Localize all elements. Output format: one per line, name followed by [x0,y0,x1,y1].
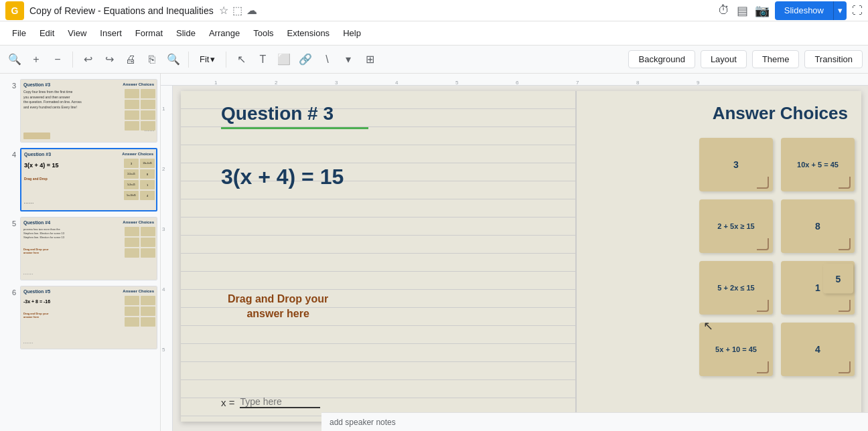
cloud-icon[interactable]: ☁ [246,4,257,17]
image-tool-icon[interactable]: 🔗 [296,50,315,69]
lined-section [181,91,575,422]
doc-title: Copy of Review - Equations and Inequalit… [29,5,214,16]
add-notes-label[interactable]: add speaker notes [330,418,396,427]
table-tool-icon[interactable]: ⊞ [360,50,379,69]
slide-drag-text: Drag and Drop your answer here [228,292,328,322]
copy-icon[interactable]: ⎘ [143,50,161,69]
slide-thumb-3[interactable]: Question #3 Answer Choices Copy four lin… [20,79,157,143]
top-bar: G Copy of Review - Equations and Inequal… [0,0,868,21]
menu-view[interactable]: View [61,25,93,41]
answer-card-4[interactable]: 4 [781,323,855,376]
history-icon[interactable]: ⏱ [718,3,730,17]
add-icon[interactable]: + [27,50,46,69]
slide-item-5[interactable]: 5 Question #4 Answer Choices process has… [3,217,157,280]
shape-tool-icon[interactable]: ⬜ [275,50,293,69]
slide-thumb-6[interactable]: Question #5 Answer Choices -3x + 8 = -16… [20,286,157,349]
menu-bar: File Edit View Insert Format Slide Arran… [0,21,868,46]
top-right: ⏱ ▤ 📷 Slideshow ▾ ⛶ [718,1,863,20]
menu-slide[interactable]: Slide [169,25,202,41]
top-right-icons: ⏱ ▤ 📷 [718,3,770,18]
bottom-bar: add speaker notes [321,412,868,431]
toolbar: 🔍 + − ↩ ↪ 🖨 ⎘ 🔍 Fit ▾ ↖ T ⬜ 🔗 \ ▾ ⊞ Back… [0,46,868,74]
text-tool-icon[interactable]: T [253,50,272,69]
slide-item-4[interactable]: 4 Question #3 Answer Choices 3(x + 4) = … [3,148,157,211]
background-button[interactable]: Background [628,50,695,68]
menu-tools[interactable]: Tools [246,25,280,41]
slideshow-group: Slideshow ▾ [775,1,847,20]
transition-button[interactable]: Transition [804,50,863,68]
x-label: x = [221,397,234,408]
slide-item-3[interactable]: 3 Question #3 Answer Choices Copy four l… [3,79,157,143]
main-area: 3 Question #3 Answer Choices Copy four l… [0,74,868,431]
fit-button[interactable]: Fit ▾ [194,52,220,67]
save-icon[interactable]: ⬚ [232,4,242,17]
answer-cards-grid: 3 10x + 5 = 45 2 + 5x ≥ 15 8 5 + 2x ≤ 15… [699,138,855,376]
answer-card-10x5[interactable]: 10x + 5 = 45 [781,138,855,191]
slide-panel: 3 Question #3 Answer Choices Copy four l… [0,74,161,431]
fullscreen-icon[interactable]: ⛶ [852,5,863,17]
redo-icon[interactable]: ↪ [100,50,119,69]
floating-card-5[interactable]: 5 [823,264,853,294]
menu-format[interactable]: Format [129,25,169,41]
answer-card-5plus2x[interactable]: 5 + 2x ≤ 15 [699,261,773,315]
menu-insert[interactable]: Insert [93,25,129,41]
x-input[interactable] [240,396,320,408]
slide-thumb-5[interactable]: Question #4 Answer Choices process has t… [20,217,157,280]
camera-icon[interactable]: 📷 [755,3,770,18]
star-icon[interactable]: ☆ [219,4,228,17]
line-dropdown-icon[interactable]: ▾ [339,50,358,69]
undo-icon[interactable]: ↩ [78,50,97,69]
slideshow-button[interactable]: Slideshow [775,1,833,20]
comments-icon[interactable]: ▤ [737,3,748,18]
fit-label: Fit [200,54,209,64]
layout-button[interactable]: Layout [701,50,747,68]
slide-answer-header: Answer Choices [713,103,848,124]
slide-underline [221,127,368,129]
fit-dropdown-icon: ▾ [210,54,215,64]
slide-number-5: 5 [3,217,16,228]
menu-file[interactable]: File [5,25,33,41]
answer-card-3[interactable]: 3 [699,138,773,191]
answer-card-2plus5x[interactable]: 2 + 5x ≥ 15 [699,199,773,253]
print-icon[interactable]: 🖨 [121,50,140,69]
slide-number-4: 4 [3,148,16,159]
cursor-tool-icon[interactable]: ↖ [232,50,250,69]
app-logo: G [5,1,24,20]
slide-equation[interactable]: 3(x + 4) = 15 [221,165,344,189]
slide-item-6[interactable]: 6 Question #5 Answer Choices -3x + 8 = -… [3,286,157,349]
ruler-vertical: 1 2 3 4 5 [161,86,173,431]
ruler-horizontal: 1 2 3 4 5 6 7 8 9 [161,74,868,86]
line-tool-icon[interactable]: \ [317,50,336,69]
menu-edit[interactable]: Edit [33,25,61,41]
slide-number-3: 3 [3,79,16,90]
title-icons: ☆ ⬚ ☁ [219,4,257,17]
slide-background: Question # 3 3(x + 4) = 15 Drag and Drop… [181,91,861,422]
canvas-area: 1 2 3 4 5 6 7 8 9 1 2 3 4 5 [161,74,868,431]
minus-icon[interactable]: − [48,50,67,69]
slide-thumb-4[interactable]: Question #3 Answer Choices 3(x + 4) = 15… [20,148,157,211]
menu-help[interactable]: Help [336,25,368,41]
slide-x-equation: x = [221,396,320,408]
answer-card-5x10[interactable]: 5x + 10 = 45 [699,323,773,376]
search2-icon[interactable]: 🔍 [164,50,183,69]
slide-number-6: 6 [3,286,16,296]
slide-question-header: Question # 3 [221,103,334,124]
menu-arrange[interactable]: Arrange [202,25,246,41]
slide-canvas[interactable]: Question # 3 3(x + 4) = 15 Drag and Drop… [181,91,861,422]
answer-card-8[interactable]: 8 [781,199,855,253]
slide-divider [575,91,577,422]
zoom-icon[interactable]: 🔍 [5,50,24,69]
slideshow-dropdown-button[interactable]: ▾ [833,1,847,20]
theme-button[interactable]: Theme [752,50,799,68]
toolbar-right: Background Layout Theme Transition [628,50,863,68]
menu-extensions[interactable]: Extensions [281,25,337,41]
